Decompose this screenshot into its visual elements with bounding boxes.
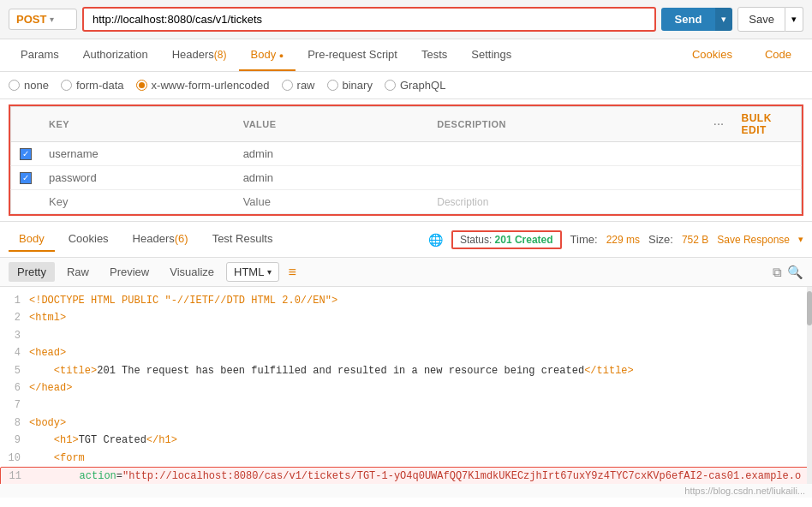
- radio-urlencoded: [136, 80, 147, 91]
- scrollbar[interactable]: [807, 287, 812, 484]
- fmt-tab-preview[interactable]: Preview: [101, 262, 158, 282]
- resp-tab-cookies[interactable]: Cookies: [58, 227, 119, 252]
- row1-key[interactable]: [40, 142, 235, 166]
- row2-empty: [705, 166, 801, 190]
- code-line-4: 4 <head>: [0, 344, 812, 361]
- tab-headers[interactable]: Headers(8): [160, 39, 239, 71]
- row1-empty: [705, 142, 801, 166]
- table-row: ✓: [11, 142, 802, 166]
- empty-desc[interactable]: Description: [428, 190, 705, 214]
- copy-icon[interactable]: ⧉: [773, 265, 782, 280]
- tab-cookies[interactable]: Cookies: [680, 39, 744, 71]
- tab-tests[interactable]: Tests: [409, 39, 459, 71]
- save-response-arrow[interactable]: ▾: [798, 234, 803, 245]
- empty-row: Description: [11, 190, 802, 214]
- size-label: Size:: [648, 233, 673, 246]
- code-line-7: 7: [0, 397, 812, 414]
- option-graphql[interactable]: GraphQL: [385, 79, 445, 92]
- fmt-tab-pretty[interactable]: Pretty: [9, 262, 55, 282]
- status-value: 201 Created: [495, 234, 553, 246]
- send-button[interactable]: Send: [661, 8, 716, 31]
- value-input-empty[interactable]: [243, 195, 421, 208]
- key-input-empty[interactable]: [49, 195, 226, 208]
- row2-desc[interactable]: [428, 166, 705, 190]
- save-button[interactable]: Save: [737, 7, 785, 32]
- value-input-row2[interactable]: [243, 171, 421, 184]
- tab-params[interactable]: Params: [9, 39, 71, 71]
- row2-check[interactable]: ✓: [11, 166, 41, 190]
- checkbox-row2[interactable]: ✓: [20, 172, 32, 184]
- code-line-6: 6 </head>: [0, 379, 812, 397]
- globe-icon: 🌐: [428, 233, 443, 247]
- status-label: Status:: [460, 234, 495, 246]
- col-key: KEY: [40, 107, 235, 142]
- tab-code[interactable]: Code: [753, 39, 803, 71]
- key-input-row1[interactable]: [49, 147, 226, 160]
- save-dropdown-button[interactable]: ▾: [785, 7, 803, 32]
- code-line-5: 5 <title>201 The request has been fulfil…: [0, 362, 812, 379]
- key-input-row2[interactable]: [49, 171, 226, 184]
- time-value: 229 ms: [606, 234, 640, 246]
- col-value: VALUE: [235, 107, 429, 142]
- format-select[interactable]: HTML ▾: [226, 262, 279, 282]
- option-formdata[interactable]: form-data: [61, 79, 124, 92]
- option-urlencoded[interactable]: x-www-form-urlencoded: [136, 79, 270, 92]
- wrap-icon[interactable]: ≡: [288, 265, 296, 280]
- method-dropdown[interactable]: POST ▾: [9, 9, 77, 30]
- tab-settings[interactable]: Settings: [459, 39, 523, 71]
- watermark: https://blog.csdn.net/liukaili...: [0, 484, 812, 498]
- table-row: ✓: [11, 166, 802, 190]
- resp-tab-headers[interactable]: Headers(6): [122, 227, 199, 252]
- row1-check[interactable]: ✓: [11, 142, 41, 166]
- option-raw[interactable]: raw: [282, 79, 315, 92]
- body-options: none form-data x-www-form-urlencoded raw…: [0, 72, 812, 99]
- radio-binary: [327, 80, 338, 91]
- col-bulk[interactable]: Bulk Edit: [733, 107, 802, 142]
- value-input-row1[interactable]: [243, 147, 421, 160]
- col-check: [11, 107, 41, 142]
- radio-graphql: [385, 80, 396, 91]
- radio-formdata: [61, 80, 72, 91]
- code-line-1: 1 <!DOCTYPE HTML PUBLIC "-//IETF//DTD HT…: [0, 292, 812, 309]
- code-line-3: 3: [0, 327, 812, 344]
- empty-extra: [705, 190, 801, 214]
- empty-value[interactable]: [235, 190, 429, 214]
- method-label: POST: [16, 13, 46, 26]
- row2-key[interactable]: [40, 166, 235, 190]
- radio-raw: [282, 80, 293, 91]
- size-value: 752 B: [682, 234, 708, 246]
- chevron-down-icon: ▾: [50, 15, 54, 24]
- empty-key[interactable]: [40, 190, 235, 214]
- empty-check: [11, 190, 41, 214]
- scrollbar-thumb[interactable]: [807, 291, 812, 325]
- send-dropdown-button[interactable]: ▾: [715, 8, 732, 31]
- code-line-11: 11 action="http://localhost:8080/cas/v1/…: [0, 467, 812, 484]
- checkbox-row1[interactable]: ✓: [20, 148, 32, 160]
- radio-none: [9, 80, 20, 91]
- search-icon[interactable]: 🔍: [787, 265, 803, 280]
- row2-value[interactable]: [235, 166, 429, 190]
- format-select-value: HTML: [234, 265, 264, 278]
- fmt-tab-visualize[interactable]: Visualize: [161, 262, 223, 282]
- url-input[interactable]: [82, 7, 656, 32]
- format-bar: Pretty Raw Preview Visualize HTML ▾ ≡ ⧉ …: [0, 258, 812, 287]
- fmt-tab-raw[interactable]: Raw: [58, 262, 98, 282]
- col-description: DESCRIPTION: [428, 107, 705, 142]
- tab-authorization[interactable]: Authorization: [71, 39, 160, 71]
- row1-value[interactable]: [235, 142, 429, 166]
- option-none[interactable]: none: [9, 79, 49, 92]
- response-bar: Body Cookies Headers(6) Test Results 🌐 S…: [0, 221, 812, 258]
- code-line-9: 9 <h1>TGT Created</h1>: [0, 432, 812, 449]
- resp-tab-test-results[interactable]: Test Results: [202, 227, 284, 252]
- code-area[interactable]: 1 <!DOCTYPE HTML PUBLIC "-//IETF//DTD HT…: [0, 287, 812, 484]
- tab-prerequest[interactable]: Pre-request Script: [296, 39, 409, 71]
- status-area: 🌐 Status: 201 Created Time: 229 ms Size:…: [428, 230, 803, 249]
- resp-tab-body[interactable]: Body: [9, 227, 55, 252]
- row1-desc[interactable]: [428, 142, 705, 166]
- col-dots: ···: [705, 107, 732, 142]
- status-box: Status: 201 Created: [451, 230, 562, 249]
- save-response-button[interactable]: Save Response: [717, 234, 790, 246]
- option-binary[interactable]: binary: [327, 79, 373, 92]
- tab-body[interactable]: Body ●: [239, 39, 296, 71]
- request-params-table: KEY VALUE DESCRIPTION ··· Bulk Edit ✓ ✓: [9, 104, 803, 216]
